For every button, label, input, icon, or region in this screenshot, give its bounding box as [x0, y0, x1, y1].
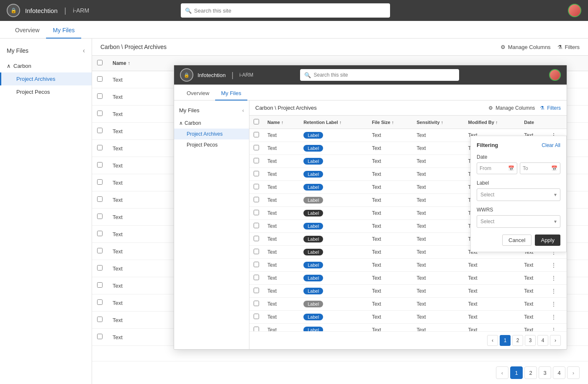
bg-row-checkbox[interactable]: [97, 231, 103, 236]
overlay-row-checkbox[interactable]: [254, 275, 259, 280]
bg-page-prev[interactable]: ‹: [496, 366, 508, 379]
overlay-row-checkbox[interactable]: [254, 171, 259, 176]
bg-page-next[interactable]: ›: [567, 366, 580, 379]
overlay-page-1[interactable]: 1: [500, 335, 511, 346]
overlay-row-menu[interactable]: ⋮: [547, 259, 567, 272]
bg-page-1[interactable]: 1: [510, 366, 523, 379]
overlay-col-actions: [547, 116, 567, 129]
bg-page-4[interactable]: 4: [553, 366, 565, 379]
filter-cancel-btn[interactable]: Cancel: [502, 235, 532, 246]
overlay-row-checkbox[interactable]: [254, 223, 259, 228]
overlay-row-checkbox[interactable]: [254, 158, 259, 163]
bg-collapse-btn[interactable]: ‹: [83, 47, 85, 54]
bg-row-checkbox[interactable]: [97, 128, 103, 133]
overlay-manage-columns-label: Manage Columns: [496, 105, 535, 111]
filter-to-input[interactable]: To 📅: [520, 162, 560, 174]
overlay-row-checkbox[interactable]: [254, 184, 259, 189]
filter-wwrs-select[interactable]: Select ▾: [477, 215, 560, 228]
overlay-row-checkbox[interactable]: [254, 301, 259, 306]
bg-tab-myfiles[interactable]: My Files: [46, 23, 81, 39]
overlay-row-checkbox[interactable]: [254, 197, 259, 202]
bg-manage-columns-btn[interactable]: ⚙ Manage Columns: [501, 44, 551, 50]
overlay-page-prev[interactable]: ‹: [487, 335, 498, 346]
overlay-row-checkbox[interactable]: [254, 132, 259, 137]
overlay-brand-name: Infotechtion: [198, 72, 226, 78]
overlay-page-2[interactable]: 2: [512, 335, 523, 346]
overlay-select-all[interactable]: [254, 119, 259, 124]
bg-row-checkbox[interactable]: [97, 196, 103, 202]
overlay-row-checkbox[interactable]: [254, 236, 259, 241]
overlay-row-filesize: Text: [368, 272, 413, 285]
overlay-row-label: Label: [299, 220, 367, 233]
overlay-table-row: Text Label Text Text Text Text ⋮: [249, 298, 567, 311]
filter-wwrs-section: WWRS Select ▾: [477, 207, 560, 228]
bg-row-checkbox[interactable]: [97, 334, 103, 339]
overlay-search-bar[interactable]: 🔍: [300, 69, 459, 81]
overlay-row-checkbox[interactable]: [254, 249, 259, 254]
overlay-row-name: Text: [263, 194, 299, 207]
overlay-row-menu[interactable]: ⋮: [547, 272, 567, 285]
bg-row-checkbox[interactable]: [97, 265, 103, 271]
filter-apply-btn[interactable]: Apply: [535, 235, 560, 246]
overlay-page-3[interactable]: 3: [525, 335, 536, 346]
filter-label-select[interactable]: Select ▾: [477, 188, 560, 201]
overlay-manage-columns-btn[interactable]: ⚙ Manage Columns: [488, 105, 535, 111]
filter-clear-btn[interactable]: Clear All: [542, 142, 560, 148]
bg-search-input[interactable]: [194, 8, 386, 14]
overlay-row-label: Label: [299, 246, 367, 259]
bg-row-checkbox[interactable]: [97, 179, 103, 185]
bg-page-3[interactable]: 3: [539, 366, 551, 379]
bg-row-checkbox[interactable]: [97, 214, 103, 219]
bg-row-checkbox[interactable]: [97, 299, 103, 305]
overlay-row-checkbox[interactable]: [254, 145, 259, 150]
bg-filters-btn[interactable]: ⚗ Filters: [557, 44, 580, 50]
overlay-row-checkbox[interactable]: [254, 327, 259, 331]
overlay-row-menu[interactable]: ⋮: [547, 324, 567, 332]
overlay-row-checkbox[interactable]: [254, 288, 259, 293]
bg-select-all-checkbox[interactable]: [97, 60, 103, 65]
overlay-sidebar-item-pecos[interactable]: Project Pecos: [174, 139, 249, 150]
filter-from-input[interactable]: From 📅: [477, 162, 517, 174]
bg-row-checkbox[interactable]: [97, 248, 103, 253]
overlay-row-menu[interactable]: ⋮: [547, 311, 567, 324]
overlay-avatar: [549, 69, 561, 81]
bg-row-checkbox[interactable]: [97, 145, 103, 150]
overlay-tab-myfiles[interactable]: My Files: [215, 87, 247, 101]
overlay-page-next[interactable]: ›: [550, 335, 561, 346]
overlay-row-filesize: Text: [368, 220, 413, 233]
overlay-row-menu[interactable]: ⋮: [547, 285, 567, 298]
overlay-row-name: Text: [263, 298, 299, 311]
bg-search-bar[interactable]: 🔍: [181, 3, 390, 18]
overlay-row-label: Label: [299, 311, 367, 324]
overlay-row-checkbox[interactable]: [254, 210, 259, 215]
overlay-row-checkbox[interactable]: [254, 314, 259, 319]
bg-row-checkbox[interactable]: [97, 93, 103, 99]
bg-row-checkbox[interactable]: [97, 282, 103, 288]
bg-sidebar-item-project-pecos[interactable]: Project Pecos: [0, 85, 92, 98]
overlay-tab-overview[interactable]: Overview: [181, 87, 215, 101]
bg-tab-overview[interactable]: Overview: [8, 23, 46, 39]
filter-label-placeholder: Select: [480, 192, 494, 198]
overlay-row-name: Text: [263, 168, 299, 181]
overlay-row-sensitivity: Text: [412, 129, 464, 142]
bg-row-checkbox[interactable]: [97, 111, 103, 116]
overlay-sidebar-item-archives[interactable]: Project Archives: [174, 129, 249, 139]
overlay-filters-btn[interactable]: ⚗ Filters: [540, 105, 561, 111]
bg-row-checkbox[interactable]: [97, 317, 103, 322]
overlay-page-4[interactable]: 4: [537, 335, 548, 346]
overlay-collapse-btn[interactable]: ‹: [242, 107, 244, 113]
overlay-col-sensitivity: Sensitivity ↑: [412, 116, 464, 129]
bg-brand-divider: |: [64, 6, 67, 15]
overlay-row-filesize: Text: [368, 129, 413, 142]
bg-row-checkbox[interactable]: [97, 162, 103, 168]
overlay-search-input[interactable]: [313, 72, 455, 78]
overlay-row-checkbox[interactable]: [254, 262, 259, 267]
bg-row-checkbox[interactable]: [97, 76, 103, 82]
bg-sidebar-group-carbon[interactable]: ∧ Carbon: [0, 59, 92, 72]
filter-title: Filtering: [477, 142, 498, 148]
overlay-sidebar-group[interactable]: ∧ Carbon: [174, 118, 249, 129]
bg-page-2[interactable]: 2: [524, 366, 537, 379]
overlay-row-menu[interactable]: ⋮: [547, 298, 567, 311]
bg-sidebar-item-project-archives[interactable]: Project Archives: [0, 72, 92, 85]
bg-breadcrumb: Carbon \ Project Archives: [100, 44, 167, 50]
